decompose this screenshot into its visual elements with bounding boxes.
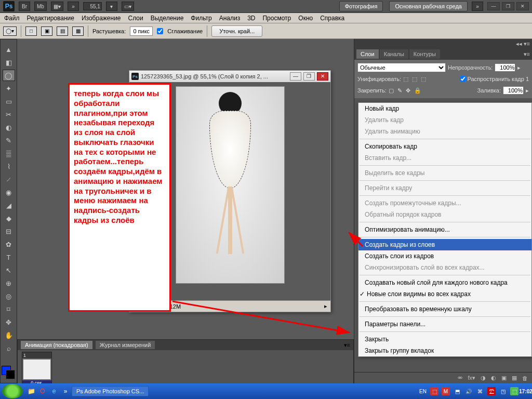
close-app-button[interactable]: ✕	[516, 2, 529, 10]
tool-11[interactable]: ◉	[3, 187, 15, 198]
menu-help[interactable]: Справка	[320, 15, 344, 22]
group-icon[interactable]: ▣	[501, 375, 507, 381]
tool-5[interactable]: ✂	[3, 109, 15, 120]
tool-12[interactable]: ◢	[3, 200, 15, 211]
tool-4[interactable]: ▭	[3, 96, 15, 107]
tray-icon-4[interactable]: ⌘	[476, 387, 484, 395]
right-panel-toggle[interactable]: ◂◂ ▾≡	[354, 39, 532, 48]
menu-window[interactable]: Окно	[298, 15, 313, 22]
menu-layers[interactable]: Слои	[128, 15, 143, 22]
fill-flyout[interactable]: ▸	[526, 87, 529, 94]
restore-button[interactable]: ❐	[502, 2, 514, 10]
tool-20[interactable]: ⌑	[3, 303, 15, 315]
new-layer-icon[interactable]: ▦	[512, 375, 517, 381]
tool-19[interactable]: ◎	[3, 290, 15, 302]
animation-frame-1[interactable]: 1 0 сек.	[22, 352, 52, 386]
context-item[interactable]: Новые слои видимы во всех кадрах	[358, 288, 531, 300]
tool-18[interactable]: ⊕	[3, 277, 15, 289]
selmode-sub[interactable]: ▤	[57, 26, 68, 36]
zoom-dropdown[interactable]: ▾	[106, 2, 117, 11]
zoom-level-input[interactable]	[83, 2, 102, 10]
tray-icon-3[interactable]: ⬒	[453, 387, 461, 395]
screen-mode-button[interactable]: ▦▾	[51, 2, 63, 11]
context-item[interactable]: Закрыть	[358, 334, 531, 345]
context-item[interactable]: Создать слои из кадров	[358, 250, 531, 262]
tray-icon-avira[interactable]: ⛱	[487, 387, 496, 395]
lang-indicator[interactable]: EN	[419, 387, 427, 395]
unify-icons[interactable]: ⬚ ⬚ ⬚	[403, 76, 427, 83]
context-item[interactable]: Параметры панели...	[358, 318, 531, 330]
clock[interactable]: 17:02	[522, 387, 530, 395]
tray-icon-1[interactable]: ⬚	[430, 387, 438, 395]
tray-icon-volume[interactable]: 🔊	[464, 387, 473, 395]
menu-select[interactable]: Выделение	[151, 15, 184, 22]
feather-input[interactable]	[130, 26, 153, 36]
menu-analysis[interactable]: Анализ	[219, 15, 241, 22]
opacity-flyout[interactable]: ▸	[517, 64, 521, 71]
ql-folder-icon[interactable]: 📁	[26, 386, 36, 396]
antialias-checkbox[interactable]	[157, 28, 163, 34]
photo-workspace-button[interactable]: Фотография	[339, 1, 383, 11]
context-item[interactable]: Создать кадры из слоев	[358, 239, 531, 250]
document-titlebar[interactable]: Ps 1257239365_53.jpg @ 55,1% (Слой 0 коп…	[129, 71, 330, 82]
menu-filter[interactable]: Фильтр	[191, 15, 211, 22]
layers-menu-icon[interactable]: ▾≡	[524, 51, 530, 58]
tool-7[interactable]: ✎	[3, 135, 15, 146]
selmode-add[interactable]: ▣	[41, 26, 52, 36]
taskbar-app-photoshop[interactable]: Ps Adobe Photoshop CS...	[72, 386, 149, 396]
tool-0[interactable]: ▲	[3, 44, 15, 55]
tool-13[interactable]: ◆	[3, 212, 15, 224]
menu-view[interactable]: Просмотр	[262, 15, 291, 22]
doc-close[interactable]: ✕	[317, 72, 328, 81]
propagate-checkbox[interactable]	[460, 76, 466, 82]
tool-23[interactable]: ⌕	[3, 342, 15, 354]
lasso-tool-icon[interactable]: ◯▾	[3, 26, 17, 36]
tool-14[interactable]: ⊟	[3, 225, 15, 237]
context-item[interactable]: Закрыть группу вкладок	[358, 345, 531, 356]
adjustment-icon[interactable]: ◐	[491, 375, 496, 381]
context-item[interactable]: Создавать новый слой для каждого нового …	[358, 277, 531, 288]
context-item[interactable]: Скопировать кадр	[358, 141, 531, 152]
refine-edge-button[interactable]: Уточн. край...	[211, 25, 262, 37]
menu-edit[interactable]: Редактирование	[27, 15, 74, 22]
ql-ie-icon[interactable]: e	[49, 386, 59, 396]
minibridge-button[interactable]: Mb	[34, 2, 47, 11]
context-item[interactable]: Преобразовать во временную шкалу	[358, 303, 531, 315]
minimize-button[interactable]: —	[487, 2, 500, 10]
extras-button[interactable]: »	[68, 2, 79, 11]
link-layers-icon[interactable]: ⚮	[458, 375, 462, 381]
tool-2[interactable]: ◯	[3, 70, 15, 81]
ql-opera-icon[interactable]: O	[37, 386, 48, 396]
menu-file[interactable]: Файл	[4, 15, 20, 22]
selmode-new[interactable]: □	[25, 26, 37, 36]
tab-animation[interactable]: Анимация (покадровая)	[21, 341, 92, 349]
tool-16[interactable]: T	[3, 251, 15, 263]
lock-icons[interactable]: ▢ ✎ ✥ 🔒	[389, 87, 422, 94]
tool-3[interactable]: ✦	[3, 83, 15, 94]
color-swatches[interactable]	[2, 366, 15, 379]
background-color[interactable]	[6, 370, 15, 379]
tool-1[interactable]: ◧	[3, 57, 15, 68]
menu-image[interactable]: Изображение	[82, 15, 121, 22]
ql-more[interactable]: »	[60, 386, 71, 396]
workspace-more[interactable]: »	[472, 2, 483, 11]
tool-21[interactable]: ✥	[3, 316, 15, 328]
doc-max[interactable]: ❐	[303, 72, 315, 81]
tool-15[interactable]: ✿	[3, 238, 15, 250]
tool-10[interactable]: ⟋	[3, 174, 15, 185]
tool-9[interactable]: ⌇	[3, 161, 15, 172]
context-item[interactable]: Оптимизировать анимацию...	[358, 224, 531, 235]
tab-layers[interactable]: Слои	[356, 49, 379, 59]
context-item[interactable]: Новый кадр	[358, 103, 531, 114]
fill-input[interactable]	[503, 86, 524, 95]
blend-mode-select[interactable]: Обычные	[357, 63, 446, 72]
fx-icon[interactable]: fx▾	[468, 375, 475, 381]
tab-channels[interactable]: Каналы	[380, 49, 408, 59]
start-button[interactable]	[2, 384, 23, 398]
tool-17[interactable]: ↖	[3, 264, 15, 276]
trash-icon[interactable]: 🗑	[522, 375, 528, 381]
bridge-button[interactable]: Br	[19, 2, 30, 11]
tray-icon-5[interactable]: ◳	[499, 387, 507, 395]
selmode-intersect[interactable]: ▦	[72, 26, 84, 36]
tool-6[interactable]: ◐	[3, 122, 15, 133]
